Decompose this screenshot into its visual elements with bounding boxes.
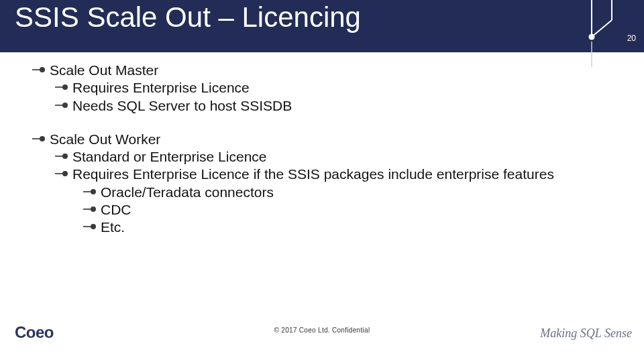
svg-point-13 xyxy=(40,136,45,141)
list-item-text: CDC xyxy=(101,201,617,219)
bullet-icon xyxy=(32,134,46,143)
company-logo: Coeo xyxy=(15,323,54,342)
bullet-icon xyxy=(83,222,97,231)
list-item-text: Oracle/Teradata connectors xyxy=(101,184,617,201)
bullet-icon xyxy=(55,152,68,161)
slide-content: Scale Out Master Requires Enterprise Lic… xyxy=(32,62,617,236)
list-item: CDC xyxy=(83,201,617,219)
footer-tagline: Making SQL Sense xyxy=(540,326,632,341)
svg-point-9 xyxy=(62,84,68,90)
slide-title: SSIS Scale Out – Licencing xyxy=(15,1,361,34)
list-item: Requires Enterprise Licence xyxy=(55,79,617,97)
slide-header: SSIS Scale Out – Licencing 20 xyxy=(0,0,644,52)
list-item: Standard or Enterprise Licence xyxy=(55,148,617,166)
svg-point-21 xyxy=(91,206,96,212)
bullet-icon xyxy=(55,169,68,178)
svg-point-17 xyxy=(62,171,68,176)
bullet-icon xyxy=(32,65,46,74)
svg-point-19 xyxy=(91,189,96,194)
list-item-text: Etc. xyxy=(101,219,617,236)
list-item: Needs SQL Server to host SSISDB xyxy=(55,97,617,115)
slide-number: 20 xyxy=(627,34,636,43)
list-item-text: Standard or Enterprise Licence xyxy=(72,148,617,166)
bullet-icon xyxy=(55,101,68,110)
bullet-icon xyxy=(55,82,68,92)
bullet-icon xyxy=(83,187,97,196)
list-item: Etc. xyxy=(83,219,617,236)
logo-text: Coeo xyxy=(15,323,54,341)
svg-point-15 xyxy=(62,154,68,159)
list-item-text: Needs SQL Server to host SSISDB xyxy=(72,97,617,115)
svg-point-23 xyxy=(91,224,96,229)
bullet-icon xyxy=(83,204,97,214)
list-item-text: Requires Enterprise Licence xyxy=(72,79,617,97)
svg-point-11 xyxy=(62,103,68,108)
list-item: Oracle/Teradata connectors xyxy=(83,184,617,201)
list-item-text: Requires Enterprise Licence if the SSIS … xyxy=(72,166,617,183)
list-item: Scale Out Master xyxy=(32,62,617,79)
list-item-text: Scale Out Worker xyxy=(50,131,617,148)
svg-point-7 xyxy=(40,67,45,72)
list-item: Requires Enterprise Licence if the SSIS … xyxy=(55,166,617,183)
list-item: Scale Out Worker xyxy=(32,131,617,148)
list-item-text: Scale Out Master xyxy=(50,62,617,79)
